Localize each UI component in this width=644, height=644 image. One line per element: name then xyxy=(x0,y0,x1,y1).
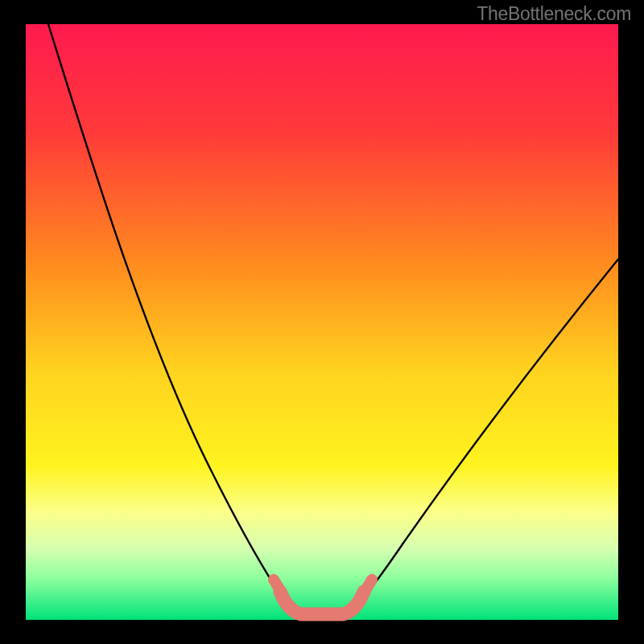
chart-frame: TheBottleneck.com xyxy=(0,0,644,644)
watermark-text: TheBottleneck.com xyxy=(477,3,631,25)
bottleneck-chart xyxy=(0,0,644,644)
plot-area xyxy=(26,24,618,620)
